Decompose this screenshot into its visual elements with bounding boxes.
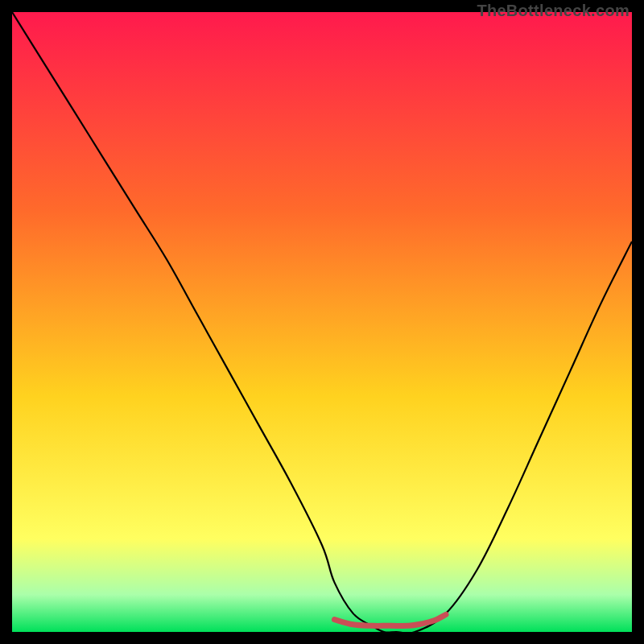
plot-area-wrap bbox=[12, 12, 632, 632]
chart-frame: TheBottleneck.com bbox=[0, 0, 644, 644]
gradient-background bbox=[12, 12, 632, 632]
watermark-label: TheBottleneck.com bbox=[477, 2, 630, 20]
plot-svg bbox=[12, 12, 632, 632]
